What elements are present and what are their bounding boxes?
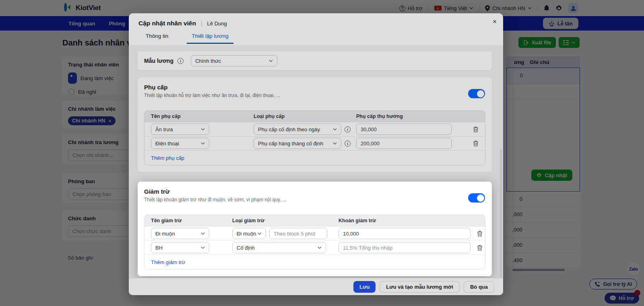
allowance-type-select[interactable]: Phụ cấp cố định theo ngày bbox=[254, 124, 341, 135]
deduction-name-select[interactable]: Đi muộn bbox=[151, 228, 209, 239]
deduction-section: Giảm trừ Thiết lập khoản giảm trừ như đi… bbox=[138, 182, 492, 276]
chevron-down-icon bbox=[333, 142, 337, 145]
allowance-name-select[interactable]: Điện thoại bbox=[151, 138, 209, 149]
allowance-row: Ăn trưa Phụ cấp cố định theo ngày i 30,0… bbox=[144, 122, 485, 136]
column-header: Khoản giảm trừ bbox=[339, 218, 466, 223]
deduction-type-select[interactable]: Đi muộn bbox=[232, 228, 266, 239]
trash-icon[interactable] bbox=[473, 141, 479, 147]
info-icon: i bbox=[178, 58, 184, 64]
column-header: Loại giảm trừ bbox=[232, 218, 339, 223]
allowance-table: Tên phụ cấp Loại phụ cấp Phụ cấp thụ hưở… bbox=[144, 110, 485, 165]
close-icon[interactable]: × bbox=[493, 18, 497, 25]
select-value: BH bbox=[155, 245, 163, 251]
allowance-amount-input[interactable]: 200,000 bbox=[356, 138, 452, 149]
trash-icon[interactable] bbox=[473, 126, 479, 132]
chevron-down-icon bbox=[201, 128, 205, 130]
update-employee-modal: × Cập nhật nhân viên | Lê Dung Thông tin… bbox=[129, 13, 503, 295]
allowance-name-select[interactable]: Ăn trưa bbox=[151, 124, 209, 135]
select-value: Điện thoại bbox=[155, 141, 179, 147]
deduction-type-detail-input[interactable]: Theo block 5 phút bbox=[269, 228, 327, 239]
deduction-row: Đi muộn Đi muộn Theo block 5 phút 10,000 bbox=[144, 226, 485, 240]
chevron-down-icon bbox=[201, 246, 205, 249]
skip-button[interactable]: Bỏ qua bbox=[464, 281, 494, 293]
allowance-amount-input[interactable]: 30,000 bbox=[356, 124, 452, 135]
allowance-type-select[interactable]: Phụ cấp hàng tháng cố định bbox=[254, 138, 341, 149]
modal-scrollbar[interactable] bbox=[500, 150, 502, 278]
select-value: Phụ cấp hàng tháng cố định bbox=[258, 141, 323, 147]
save-button[interactable]: Lưu bbox=[353, 281, 376, 293]
salary-template-card: Mẫu lương i Chính thức bbox=[138, 52, 492, 70]
deduction-type-select[interactable]: Cố định bbox=[232, 242, 326, 253]
deduction-amount-input[interactable]: 11.5% Tổng thu nhập bbox=[339, 242, 471, 253]
select-value: Ăn trưa bbox=[155, 126, 173, 132]
deduction-table-header: Tên giảm trừ Loại giảm trừ Khoản giảm tr… bbox=[144, 215, 485, 226]
info-icon: i bbox=[345, 126, 351, 132]
modal-header: Cập nhật nhân viên | Lê Dung Thông tin T… bbox=[129, 13, 503, 45]
deduction-toggle[interactable] bbox=[468, 193, 485, 203]
select-value: Phụ cấp cố định theo ngày bbox=[258, 126, 320, 132]
allowance-title: Phụ cấp bbox=[144, 84, 485, 91]
column-header: Tên phụ cấp bbox=[151, 114, 254, 119]
deduction-title: Giảm trừ bbox=[144, 188, 485, 195]
deduction-name-select[interactable]: BH bbox=[151, 242, 209, 253]
deduction-amount-input[interactable]: 10,000 bbox=[339, 228, 471, 239]
modal-title: Cập nhật nhân viên bbox=[138, 20, 196, 27]
allowance-description: Thiết lập khoản hỗ trợ làm việc như ăn t… bbox=[144, 93, 485, 98]
deduction-description: Thiết lập khoản giảm trừ như đi muộn, về… bbox=[144, 197, 485, 203]
salary-template-select[interactable]: Chính thức bbox=[191, 55, 277, 66]
save-and-create-template-button[interactable]: Lưu và tạo mẫu lương mới bbox=[380, 281, 460, 293]
chevron-down-icon bbox=[201, 232, 205, 235]
title-divider: | bbox=[201, 20, 202, 27]
column-header: Tên giảm trừ bbox=[151, 218, 232, 223]
modal-footer: Lưu Lưu và tạo mẫu lương mới Bỏ qua bbox=[129, 278, 503, 295]
chevron-down-icon bbox=[258, 232, 262, 235]
select-value: Đi muộn bbox=[155, 231, 175, 237]
add-deduction-link[interactable]: Thêm giảm trừ bbox=[151, 259, 185, 265]
salary-template-label: Mẫu lương bbox=[144, 58, 173, 64]
chevron-down-icon bbox=[318, 246, 322, 249]
chevron-down-icon bbox=[201, 142, 205, 145]
trash-icon[interactable] bbox=[477, 245, 483, 251]
column-header: Phụ cấp thụ hưởng bbox=[356, 114, 466, 119]
chevron-down-icon bbox=[333, 128, 337, 130]
chevron-down-icon bbox=[269, 60, 273, 62]
add-deduction-row: Thêm giảm trừ bbox=[144, 254, 485, 269]
allowance-table-header: Tên phụ cấp Loại phụ cấp Phụ cấp thụ hưở… bbox=[144, 111, 485, 122]
employee-name: Lê Dung bbox=[207, 21, 227, 27]
select-value: Cố định bbox=[237, 245, 255, 251]
deduction-row: BH Cố định 11.5% Tổng thu nhập bbox=[144, 240, 485, 254]
select-value: Đi muộn bbox=[237, 231, 256, 237]
allowance-row: Điện thoại Phụ cấp hàng tháng cố định i … bbox=[144, 136, 485, 150]
deduction-table: Tên giảm trừ Loại giảm trừ Khoản giảm tr… bbox=[144, 215, 485, 270]
add-allowance-row: Thêm phụ cấp bbox=[144, 150, 485, 165]
allowance-section: Phụ cấp Thiết lập khoản hỗ trợ làm việc … bbox=[138, 77, 492, 172]
select-value: Chính thức bbox=[195, 58, 221, 64]
column-header: Loại phụ cấp bbox=[254, 114, 356, 119]
tab-salary-setup[interactable]: Thiết lập lương bbox=[187, 33, 233, 44]
modal-tabs: Thông tin Thiết lập lương bbox=[141, 33, 493, 44]
allowance-toggle[interactable] bbox=[468, 89, 485, 98]
add-allowance-link[interactable]: Thêm phụ cấp bbox=[151, 155, 184, 161]
info-icon: i bbox=[345, 141, 351, 147]
modal-body: Mẫu lương i Chính thức Phụ cấp Thiết lập… bbox=[129, 45, 503, 278]
trash-icon[interactable] bbox=[477, 231, 483, 237]
tab-info[interactable]: Thông tin bbox=[141, 33, 173, 44]
